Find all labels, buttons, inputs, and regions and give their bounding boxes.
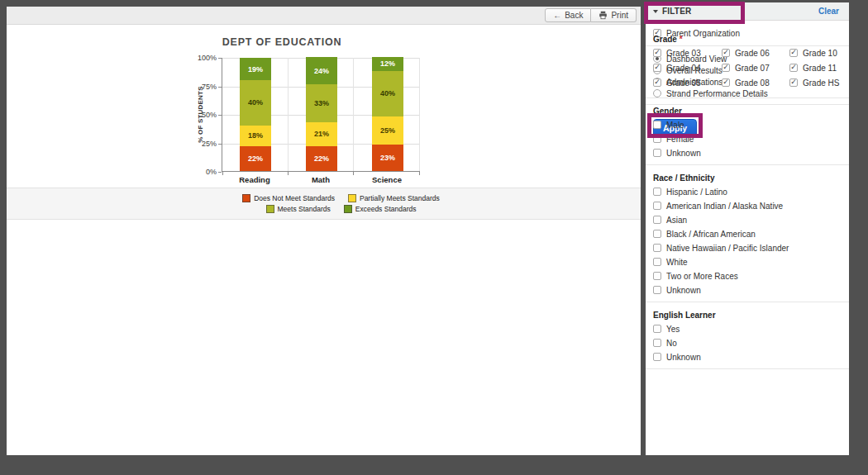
stacked-bar-science: 12%40%25%23% — [372, 57, 403, 171]
checkbox-label: Grade 08 — [735, 78, 770, 88]
checkbox-label: Two or More Races — [666, 272, 738, 281]
bar-segment-reading-exceeds-standards: 19% — [240, 58, 271, 79]
toolbar-button-group: ← Back Print — [545, 8, 637, 22]
two-or-more-races-checkbox[interactable] — [653, 272, 661, 280]
checkbox-row-grade-03[interactable]: Grade 03 — [653, 48, 722, 58]
checkbox-row-grade-hs[interactable]: Grade HS — [789, 78, 841, 88]
grade-11-checkbox[interactable] — [789, 64, 798, 72]
checkbox-label: Female — [666, 135, 694, 144]
print-button[interactable]: Print — [591, 8, 637, 22]
checkbox-row-grade-06[interactable]: Grade 06 — [722, 48, 789, 58]
checkbox-label: White — [666, 258, 688, 267]
back-button[interactable]: ← Back — [545, 8, 591, 22]
checkbox-label: Asian — [666, 216, 687, 225]
y-tick-mark — [218, 115, 222, 116]
checkbox-row-female[interactable]: Female — [653, 134, 841, 144]
checkbox-row-grade-11[interactable]: Grade 11 — [789, 63, 841, 73]
checkbox-row-two-or-more-races[interactable]: Two or More Races — [653, 271, 841, 281]
sidebar: COMPARE Clear Parent Organization Dashbo… — [646, 2, 849, 455]
grade-04-checkbox[interactable] — [653, 64, 661, 72]
bar-segment-math-meets-standards: 33% — [306, 84, 337, 122]
checkbox-row-native-hawaiian-pacific-islander[interactable]: Native Hawaiian / Pacific Islander — [653, 243, 841, 253]
back-button-label: Back — [565, 11, 583, 20]
filter-group-title-race-ethnicity: Race / Ethnicity — [653, 173, 841, 183]
checkbox-row-no[interactable]: No — [653, 338, 841, 348]
checkbox-row-yes[interactable]: Yes — [653, 324, 841, 334]
grade-07-checkbox[interactable] — [722, 64, 730, 72]
male-checkbox[interactable] — [653, 121, 661, 129]
legend-row: Meets StandardsExceeds Standards — [266, 205, 417, 213]
page-background: ← Back Print DEPT OF EDUCATION % OF STUD… — [0, 0, 868, 475]
filter-group-gender: MaleFemaleUnknown — [653, 120, 841, 158]
checkbox-row-male[interactable]: Male — [653, 120, 841, 130]
bar-segment-math-exceeds-standards: 24% — [306, 57, 337, 84]
no-checkbox[interactable] — [653, 339, 661, 347]
y-tick-label: 50% — [184, 111, 217, 119]
caret-down-icon — [653, 10, 658, 13]
y-tick-mark — [218, 172, 222, 173]
grade-03-checkbox[interactable] — [653, 49, 661, 57]
unknown-checkbox[interactable] — [653, 353, 661, 361]
checkbox-row-hispanic-latino[interactable]: Hispanic / Latino — [653, 187, 841, 197]
unknown-checkbox[interactable] — [653, 286, 661, 294]
checkbox-label: Grade 10 — [803, 49, 837, 58]
checkbox-label: American Indian / Alaska Native — [666, 202, 783, 211]
checkbox-label: Grade 06 — [735, 49, 770, 58]
checkbox-row-unknown[interactable]: Unknown — [653, 285, 841, 295]
chart-legend: Does Not Meet StandardsPartially Meets S… — [7, 188, 641, 220]
grade-08-checkbox[interactable] — [722, 78, 730, 87]
native-hawaiian-pacific-islander-checkbox[interactable] — [653, 244, 661, 252]
grade-05-checkbox[interactable] — [653, 78, 661, 87]
yes-checkbox[interactable] — [653, 325, 661, 333]
asian-checkbox[interactable] — [653, 216, 661, 224]
y-tick-label: 0% — [184, 168, 217, 176]
bar-science: 12%40%25%23% — [355, 57, 421, 171]
checkbox-row-grade-08[interactable]: Grade 08 — [722, 78, 789, 88]
unknown-checkbox[interactable] — [653, 149, 661, 157]
bar-segment-reading-partially-meets-standards: 18% — [240, 126, 271, 146]
checkbox-row-white[interactable]: White — [653, 257, 841, 267]
checkbox-row-grade-07[interactable]: Grade 07 — [722, 63, 789, 73]
checkbox-row-grade-05[interactable]: Grade 05 — [653, 78, 722, 88]
checkbox-label: Unknown — [666, 149, 701, 158]
bar-segment-science-exceeds-standards: 12% — [372, 57, 403, 71]
filter-group-race-ethnicity: Hispanic / LatinoAmerican Indian / Alask… — [653, 187, 841, 295]
checkbox-row-grade-04[interactable]: Grade 04 — [653, 63, 722, 73]
checkbox-label: Unknown — [666, 353, 701, 362]
y-tick-label: 75% — [184, 83, 217, 91]
hispanic-latino-checkbox[interactable] — [653, 188, 661, 196]
black-african-american-checkbox[interactable] — [653, 230, 661, 238]
american-indian-alaska-native-checkbox[interactable] — [653, 202, 661, 210]
group-title-text: Gender — [653, 107, 682, 116]
y-tick-mark — [218, 87, 222, 88]
filter-group-title-gender: Gender — [653, 107, 841, 116]
bar-segment-reading-does-not-meet-standards: 22% — [240, 146, 271, 171]
legend-item-meets-standards: Meets Standards — [266, 205, 331, 213]
report-panel: ← Back Print DEPT OF EDUCATION % OF STUD… — [7, 7, 641, 455]
legend-label: Meets Standards — [278, 205, 331, 213]
grade-10-checkbox[interactable] — [789, 49, 798, 57]
checkbox-row-unknown[interactable]: Unknown — [653, 352, 841, 362]
filter-header-toggle[interactable]: FILTER — [653, 7, 691, 16]
checkbox-row-asian[interactable]: Asian — [653, 215, 841, 225]
group-title-text: Race / Ethnicity — [653, 173, 714, 183]
print-button-label: Print — [611, 11, 628, 20]
divider — [646, 164, 849, 165]
grade-hs-checkbox[interactable] — [789, 78, 798, 87]
checkbox-row-unknown[interactable]: Unknown — [653, 148, 841, 158]
checkbox-label: Yes — [666, 325, 680, 334]
filter-clear-link[interactable]: Clear — [818, 7, 839, 16]
checkbox-label: Grade HS — [803, 78, 839, 88]
report-toolbar: ← Back Print — [7, 7, 641, 25]
white-checkbox[interactable] — [653, 258, 661, 266]
bar-segment-science-partially-meets-standards: 25% — [372, 116, 403, 145]
checkbox-label: Grade 03 — [666, 49, 701, 58]
checkbox-row-black-african-american[interactable]: Black / African American — [653, 229, 841, 239]
plot-area: 19%40%18%22%24%33%21%22%12%40%25%23% — [222, 58, 420, 172]
checkbox-row-grade-10[interactable]: Grade 10 — [789, 48, 841, 58]
female-checkbox[interactable] — [653, 135, 661, 143]
group-title-text: English Learner — [653, 311, 716, 320]
bar-segment-math-does-not-meet-standards: 22% — [306, 146, 337, 171]
grade-06-checkbox[interactable] — [722, 49, 730, 57]
checkbox-row-american-indian-alaska-native[interactable]: American Indian / Alaska Native — [653, 201, 841, 211]
